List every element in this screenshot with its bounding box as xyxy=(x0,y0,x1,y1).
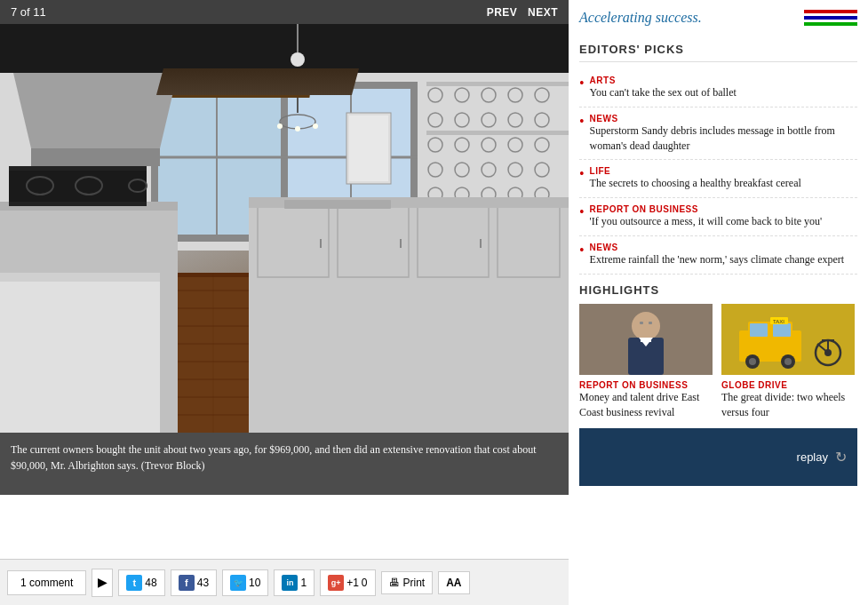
gplus-num: 0 xyxy=(362,577,368,589)
facebook-button[interactable]: f 43 xyxy=(171,569,217,596)
pick-title-news1: Superstorm Sandy debris includes message… xyxy=(590,123,857,154)
svg-rect-54 xyxy=(426,131,569,135)
svg-point-19 xyxy=(313,123,318,129)
pick-item-news2[interactable]: • NEWS Extreme rainfall the 'new norm,' … xyxy=(579,236,857,275)
linkedin-button[interactable]: in 1 xyxy=(274,569,315,596)
facebook-count: 43 xyxy=(197,577,209,589)
kitchen-illustration xyxy=(0,24,569,433)
prev-button[interactable]: PREV xyxy=(487,6,518,19)
image-caption: The current owners bought the unit about… xyxy=(0,433,569,495)
gplus-button[interactable]: g+ +1 0 xyxy=(320,569,375,596)
person-illustration xyxy=(579,304,713,375)
highlight-item-drive[interactable]: TAXI GLOBE DRIVE The great divide: two w… xyxy=(721,304,855,420)
highlight-title-drive: The great divide: two wheels versus four xyxy=(721,390,855,420)
pick-content-news2: NEWS Extreme rainfall the 'new norm,' sa… xyxy=(590,243,845,267)
pick-item-life[interactable]: • LIFE The secrets to choosing a healthy… xyxy=(579,160,857,198)
pick-title-rob: 'If you outsource a mess, it will come b… xyxy=(590,214,823,229)
svg-point-108 xyxy=(784,358,792,365)
svg-rect-22 xyxy=(31,148,160,166)
svg-rect-88 xyxy=(284,200,391,209)
highlight-thumb-drive: TAXI xyxy=(721,304,855,375)
svg-point-18 xyxy=(295,126,300,131)
slideshow-container: 7 of 11 PREV NEXT xyxy=(0,0,569,559)
svg-rect-86 xyxy=(480,239,482,248)
pick-title-life: The secrets to choosing a healthy breakf… xyxy=(590,176,801,191)
pick-dot: • xyxy=(579,167,585,191)
print-button[interactable]: 🖶 Print xyxy=(381,571,434,594)
ad-bar-green xyxy=(804,22,857,26)
facebook-icon: f xyxy=(179,575,195,591)
pick-content-arts: ARTS You can't take the sex out of balle… xyxy=(590,76,737,100)
svg-rect-53 xyxy=(426,82,569,86)
twitter2-icon: 🐦 xyxy=(230,575,246,591)
taxi-illustration: TAXI xyxy=(721,304,855,375)
pick-content-life: LIFE The secrets to choosing a healthy b… xyxy=(590,166,801,191)
svg-rect-84 xyxy=(320,239,322,248)
pick-item-arts[interactable]: • ARTS You can't take the sex out of bal… xyxy=(579,69,857,107)
pick-dot: • xyxy=(579,115,585,154)
pick-dot: • xyxy=(579,205,585,229)
replay-label[interactable]: replay xyxy=(797,450,828,464)
caption-text: The current owners bought the unit about… xyxy=(11,443,537,472)
svg-rect-99 xyxy=(641,338,651,342)
comments-button[interactable]: 1 comment xyxy=(7,570,86,595)
highlight-item-rob[interactable]: REPORT ON BUSINESS Money and talent driv… xyxy=(579,304,713,420)
pick-dot: • xyxy=(579,243,585,267)
comments-label: 1 comment xyxy=(20,577,73,589)
right-panel: Accelerating success. EDITORS' PICKS • A… xyxy=(569,0,868,605)
highlight-thumb-rob xyxy=(579,304,713,375)
twitter1-button[interactable]: t 48 xyxy=(118,569,164,596)
svg-rect-7 xyxy=(151,82,418,89)
bottom-bar: 1 comment ▶ t 48 f 43 🐦 10 in 1 g+ +1 0 xyxy=(0,559,569,605)
pick-content-rob: REPORT ON BUSINESS 'If you outsource a m… xyxy=(590,204,823,229)
highlights-grid: REPORT ON BUSINESS Money and talent driv… xyxy=(579,304,857,420)
svg-rect-96 xyxy=(640,322,643,324)
svg-point-17 xyxy=(277,123,283,129)
twitter1-count: 48 xyxy=(145,577,156,589)
highlight-category-drive: GLOBE DRIVE xyxy=(721,380,855,390)
pick-title-news2: Extreme rainfall the 'new norm,' says cl… xyxy=(590,252,845,267)
svg-point-94 xyxy=(632,312,660,340)
ad-text: Accelerating success. xyxy=(579,10,702,26)
slideshow-image xyxy=(0,24,569,433)
ad-bar-red xyxy=(804,10,857,13)
svg-rect-75 xyxy=(9,171,147,202)
highlight-image-drive: TAXI xyxy=(721,304,855,375)
next-button[interactable]: NEXT xyxy=(528,6,558,19)
svg-rect-92 xyxy=(349,115,388,181)
twitter2-count: 10 xyxy=(249,577,260,589)
pick-item-news1[interactable]: • NEWS Superstorm Sandy debris includes … xyxy=(579,107,857,161)
svg-rect-90 xyxy=(0,273,160,282)
gplus-icon: g+ xyxy=(328,575,344,591)
linkedin-icon: in xyxy=(282,575,298,591)
comments-arrow[interactable]: ▶ xyxy=(92,569,113,597)
slide-counter: 7 of 11 xyxy=(11,5,46,19)
pick-item-rob[interactable]: • REPORT ON BUSINESS 'If you outsource a… xyxy=(579,198,857,236)
svg-rect-89 xyxy=(0,277,160,433)
svg-marker-21 xyxy=(13,73,178,148)
pick-category-rob: REPORT ON BUSINESS xyxy=(590,204,823,214)
linkedin-count: 1 xyxy=(300,577,307,589)
twitter1-icon: t xyxy=(126,575,142,591)
pick-category-news1: NEWS xyxy=(590,114,857,123)
svg-rect-104 xyxy=(773,323,791,337)
print-label: Print xyxy=(403,577,426,589)
left-panel: 7 of 11 PREV NEXT xyxy=(0,0,569,605)
highlight-category-rob: REPORT ON BUSINESS xyxy=(579,380,713,390)
pick-dot: • xyxy=(579,76,585,100)
twitter2-button[interactable]: 🐦 10 xyxy=(222,569,268,596)
print-icon: 🖶 xyxy=(389,577,400,589)
ad-bar-blue xyxy=(804,16,857,20)
ad-banner: Accelerating success. xyxy=(579,0,857,36)
highlight-title-rob: Money and talent drive East Coast busine… xyxy=(579,390,713,420)
svg-rect-85 xyxy=(400,239,402,248)
pick-category-life: LIFE xyxy=(590,166,801,176)
pick-title-arts: You can't take the sex out of ballet xyxy=(590,85,737,100)
text-size-button[interactable]: AA xyxy=(438,571,469,594)
svg-point-107 xyxy=(749,358,756,365)
svg-text:TAXI: TAXI xyxy=(773,319,784,324)
replay-bar: replay ↻ xyxy=(579,428,857,486)
highlight-image-rob xyxy=(579,304,713,375)
highlights-heading: HIGHLIGHTS xyxy=(579,283,857,297)
pick-content-news1: NEWS Superstorm Sandy debris includes me… xyxy=(590,114,857,154)
